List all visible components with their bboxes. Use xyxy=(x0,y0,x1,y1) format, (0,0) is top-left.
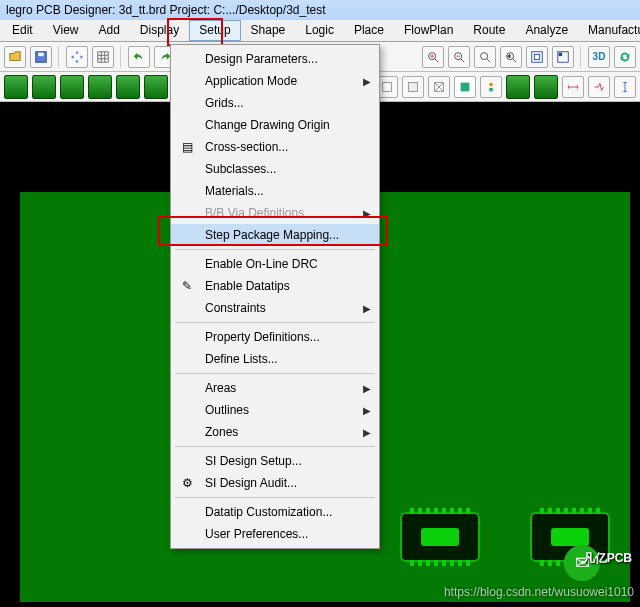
menuitem-zones[interactable]: Zones▶ xyxy=(171,421,379,443)
shape-btn-3[interactable] xyxy=(428,76,450,98)
submenu-arrow-icon: ▶ xyxy=(363,208,371,219)
zoom-world-icon[interactable] xyxy=(552,46,574,68)
menu-analyze[interactable]: Analyze xyxy=(515,20,578,41)
menuitem-outlines[interactable]: Outlines▶ xyxy=(171,399,379,421)
refresh-icon[interactable] xyxy=(614,46,636,68)
menuitem-b-b-via-definitions: B/B Via Definitions▶ xyxy=(171,202,379,224)
zoom-window-icon[interactable] xyxy=(526,46,548,68)
menu-view[interactable]: View xyxy=(43,20,89,41)
zoom-fit-icon[interactable] xyxy=(474,46,496,68)
menuitem-enable-datatips[interactable]: ✎Enable Datatips xyxy=(171,275,379,297)
menuitem-property-definitions[interactable]: Property Definitions... xyxy=(171,326,379,348)
menuitem-constraints[interactable]: Constraints▶ xyxy=(171,297,379,319)
menuitem-label: Cross-section... xyxy=(205,140,288,154)
submenu-arrow-icon: ▶ xyxy=(363,427,371,438)
menuitem-label: Areas xyxy=(205,381,236,395)
submenu-arrow-icon: ▶ xyxy=(363,303,371,314)
separator xyxy=(120,46,122,68)
menu-logic[interactable]: Logic xyxy=(295,20,344,41)
menuitem-label: Enable Datatips xyxy=(205,279,290,293)
dim-v-icon[interactable] xyxy=(614,76,636,98)
layer-btn-5[interactable] xyxy=(116,75,140,99)
zoom-out-icon[interactable] xyxy=(448,46,470,68)
submenu-arrow-icon: ▶ xyxy=(363,405,371,416)
submenu-arrow-icon: ▶ xyxy=(363,383,371,394)
submenu-arrow-icon: ▶ xyxy=(363,76,371,87)
grid-icon[interactable] xyxy=(92,46,114,68)
shape-btn-4[interactable] xyxy=(454,76,476,98)
menuitem-cross-section[interactable]: ▤Cross-section... xyxy=(171,136,379,158)
menu-add[interactable]: Add xyxy=(88,20,129,41)
svg-rect-15 xyxy=(489,87,493,91)
menuitem-label: SI Design Audit... xyxy=(205,476,297,490)
menuitem-label: Define Lists... xyxy=(205,352,278,366)
menu-separator xyxy=(175,446,375,447)
undo-icon[interactable] xyxy=(128,46,150,68)
menuitem-define-lists[interactable]: Define Lists... xyxy=(171,348,379,370)
svg-rect-9 xyxy=(559,52,563,56)
menuitem-label: Step Package Mapping... xyxy=(205,228,339,242)
view-3d-icon[interactable]: 3D xyxy=(588,46,610,68)
menuitem-design-parameters[interactable]: Design Parameters... xyxy=(171,48,379,70)
menu-setup[interactable]: Setup xyxy=(189,20,240,41)
menu-separator xyxy=(175,249,375,250)
menuitem-label: Property Definitions... xyxy=(205,330,320,344)
shape-btn-5[interactable] xyxy=(480,76,502,98)
open-icon[interactable] xyxy=(4,46,26,68)
menuitem-user-preferences[interactable]: User Preferences... xyxy=(171,523,379,545)
shape-btn-2[interactable] xyxy=(402,76,424,98)
menuitem-label: Design Parameters... xyxy=(205,52,318,66)
layer-btn-8[interactable] xyxy=(506,75,530,99)
menuitem-step-package-mapping[interactable]: Step Package Mapping... xyxy=(171,224,379,246)
snap-icon[interactable] xyxy=(588,76,610,98)
menubar: EditViewAddDisplaySetupShapeLogicPlaceFl… xyxy=(0,20,640,42)
svg-rect-10 xyxy=(383,82,392,91)
separator xyxy=(580,46,582,68)
svg-rect-1 xyxy=(38,52,43,56)
move-icon[interactable] xyxy=(66,46,88,68)
menuitem-subclasses[interactable]: Subclasses... xyxy=(171,158,379,180)
svg-rect-7 xyxy=(534,54,539,59)
menuitem-si-design-setup[interactable]: SI Design Setup... xyxy=(171,450,379,472)
zoom-in-icon[interactable] xyxy=(422,46,444,68)
tip-icon: ✎ xyxy=(179,278,195,294)
save-icon[interactable] xyxy=(30,46,52,68)
menuitem-label: Datatip Customization... xyxy=(205,505,332,519)
menuitem-change-drawing-origin[interactable]: Change Drawing Origin xyxy=(171,114,379,136)
menu-edit[interactable]: Edit xyxy=(2,20,43,41)
menuitem-label: Materials... xyxy=(205,184,264,198)
menuitem-label: Zones xyxy=(205,425,238,439)
svg-point-4 xyxy=(481,52,488,59)
layer-btn-6[interactable] xyxy=(144,75,168,99)
menuitem-enable-on-line-drc[interactable]: Enable On-Line DRC xyxy=(171,253,379,275)
zoom-prev-icon[interactable] xyxy=(500,46,522,68)
brand-watermark: 凡亿PCB xyxy=(583,550,632,567)
layer-btn-3[interactable] xyxy=(60,75,84,99)
menuitem-areas[interactable]: Areas▶ xyxy=(171,377,379,399)
menu-display[interactable]: Display xyxy=(130,20,189,41)
menu-route[interactable]: Route xyxy=(463,20,515,41)
layer-btn-1[interactable] xyxy=(4,75,28,99)
audit-icon: ⚙ xyxy=(179,475,195,491)
menuitem-label: B/B Via Definitions xyxy=(205,206,304,220)
menuitem-label: Application Mode xyxy=(205,74,297,88)
menu-manufacture[interactable]: Manufacture xyxy=(578,20,640,41)
menu-shape[interactable]: Shape xyxy=(241,20,296,41)
separator xyxy=(58,46,60,68)
menuitem-datatip-customization[interactable]: Datatip Customization... xyxy=(171,501,379,523)
menuitem-grids[interactable]: Grids... xyxy=(171,92,379,114)
svg-rect-13 xyxy=(461,82,470,91)
layer-btn-2[interactable] xyxy=(32,75,56,99)
layer-btn-4[interactable] xyxy=(88,75,112,99)
menuitem-materials[interactable]: Materials... xyxy=(171,180,379,202)
menu-flowplan[interactable]: FlowPlan xyxy=(394,20,463,41)
menuitem-label: SI Design Setup... xyxy=(205,454,302,468)
menuitem-si-design-audit[interactable]: ⚙SI Design Audit... xyxy=(171,472,379,494)
menu-place[interactable]: Place xyxy=(344,20,394,41)
menu-separator xyxy=(175,322,375,323)
layer-btn-9[interactable] xyxy=(534,75,558,99)
menuitem-application-mode[interactable]: Application Mode▶ xyxy=(171,70,379,92)
dim-h-icon[interactable] xyxy=(562,76,584,98)
menuitem-label: Constraints xyxy=(205,301,266,315)
menu-separator xyxy=(175,373,375,374)
